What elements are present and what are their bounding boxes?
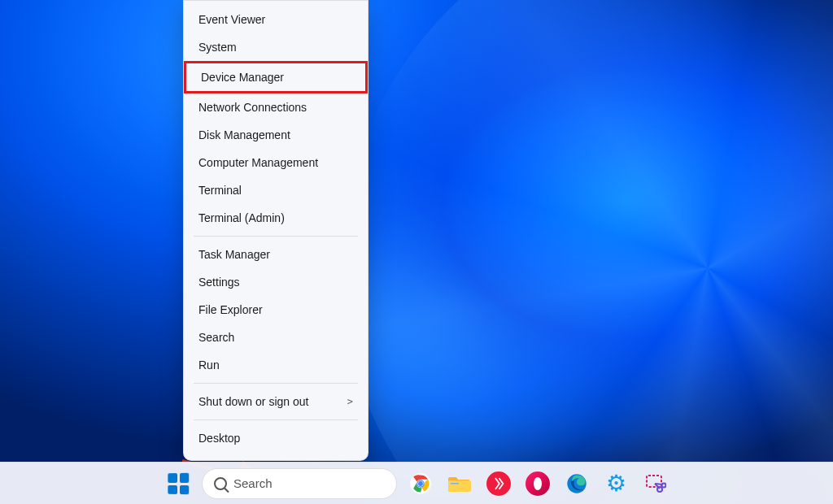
menu-item-label: Shut down or sign out: [198, 395, 308, 408]
menu-item-label: Network Connections: [198, 101, 307, 114]
menu-item-system[interactable]: System: [184, 33, 368, 61]
menu-item-label: Terminal (Admin): [198, 211, 285, 224]
svg-point-4: [418, 481, 423, 486]
menu-item-network-connections[interactable]: Network Connections: [184, 93, 368, 121]
taskbar-app-file-explorer[interactable]: [444, 468, 475, 499]
chevron-right-icon: >: [347, 396, 353, 407]
menu-item-file-explorer[interactable]: File Explorer: [184, 296, 368, 324]
taskbar-app-chrome[interactable]: [405, 468, 436, 499]
edge-icon: [565, 472, 588, 495]
menu-separator: [194, 419, 358, 420]
menu-item-label: Task Manager: [198, 248, 270, 261]
windows-logo-icon: [168, 472, 189, 494]
anydesk-icon: [486, 471, 511, 496]
taskbar-app-settings[interactable]: ⚙: [600, 468, 631, 499]
svg-rect-6: [451, 483, 459, 484]
menu-item-label: Desktop: [198, 432, 240, 445]
chrome-icon: [409, 472, 432, 495]
menu-separator: [194, 236, 358, 237]
menu-item-desktop[interactable]: Desktop: [184, 424, 368, 452]
menu-item-label: Terminal: [198, 184, 242, 197]
menu-item-disk-management[interactable]: Disk Management: [184, 121, 368, 149]
svg-rect-8: [647, 476, 661, 487]
taskbar-app-opera[interactable]: [522, 468, 553, 499]
taskbar-app-edge[interactable]: [561, 468, 592, 499]
search-icon: [214, 477, 227, 490]
menu-item-shut-down-or-sign-out[interactable]: Shut down or sign out>: [184, 388, 368, 415]
svg-rect-5: [448, 480, 471, 492]
menu-item-label: System: [198, 41, 237, 54]
menu-item-terminal[interactable]: Terminal: [184, 176, 368, 204]
menu-item-label: Event Viewer: [198, 13, 265, 26]
menu-item-settings[interactable]: Settings: [184, 268, 368, 296]
svg-line-12: [655, 484, 663, 484]
menu-item-search[interactable]: Search: [184, 324, 368, 351]
menu-item-label: Settings: [198, 276, 240, 289]
start-button[interactable]: [163, 468, 194, 499]
menu-item-terminal-admin[interactable]: Terminal (Admin): [184, 204, 368, 232]
menu-item-computer-management[interactable]: Computer Management: [184, 149, 368, 176]
menu-item-label: Run: [198, 358, 220, 371]
menu-item-label: Device Manager: [201, 71, 284, 84]
menu-item-task-manager[interactable]: Task Manager: [184, 241, 368, 268]
wallpaper-swirl-decor: [342, 0, 833, 504]
menu-item-label: File Explorer: [198, 303, 263, 316]
menu-item-label: Search: [198, 331, 234, 344]
menu-item-device-manager[interactable]: Device Manager: [184, 61, 368, 93]
folder-icon: [448, 474, 471, 493]
menu-item-run[interactable]: Run: [184, 351, 368, 379]
taskbar-app-snipping-tool[interactable]: [639, 468, 670, 499]
taskbar: Search: [0, 462, 833, 504]
search-placeholder: Search: [233, 476, 273, 490]
gear-icon: ⚙: [604, 471, 628, 496]
menu-separator: [194, 383, 358, 384]
menu-item-label: Disk Management: [198, 128, 290, 141]
menu-item-event-viewer[interactable]: Event Viewer: [184, 6, 368, 33]
power-user-menu: Event ViewerSystemDevice ManagerNetwork …: [183, 0, 369, 461]
snipping-tool-icon: [643, 472, 666, 495]
taskbar-search[interactable]: Search: [202, 468, 397, 499]
opera-icon: [526, 471, 550, 496]
menu-item-label: Computer Management: [198, 156, 318, 169]
taskbar-app-anydesk[interactable]: [483, 468, 514, 499]
